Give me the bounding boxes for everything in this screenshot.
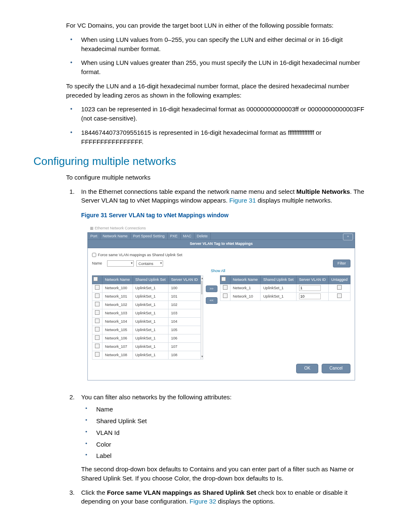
list-item: Color	[81, 440, 374, 449]
figure-caption: Figure 31 Server VLAN tag to vNet Mappin…	[81, 211, 374, 219]
table-row[interactable]: Network_104UplinkSet_1104	[92, 317, 201, 326]
tab-mac[interactable]: MAC	[181, 233, 194, 239]
scrollbar[interactable]: ▲ ▼	[201, 275, 203, 360]
emphasis: Force same VLAN mappings as Shared Uplin…	[107, 489, 256, 496]
cell-vlan: 102	[169, 301, 201, 309]
cell-sus: UplinkSet_1	[133, 309, 169, 317]
row-checkbox[interactable]	[92, 326, 102, 334]
intro-p2: To specify the LUN and a 16-digit hexade…	[66, 82, 374, 100]
row-checkbox[interactable]	[220, 284, 230, 292]
text: displays multiple networks.	[256, 197, 332, 204]
window-label: ▦ Ethernet Network Connections	[87, 225, 355, 232]
vlan-input[interactable]	[299, 293, 321, 299]
list-item: Name	[81, 405, 374, 414]
filter-row: Name Contains Filter	[92, 260, 350, 267]
cell-network-name: Network_103	[102, 309, 133, 317]
cell-network-name: Network_107	[102, 343, 133, 351]
scroll-thumb[interactable]	[201, 281, 202, 294]
cell-network-name: Network_106	[102, 334, 133, 343]
table-row[interactable]: Network_101UplinkSet_1101	[92, 292, 201, 301]
text: displays the options.	[216, 498, 275, 505]
cell-vlan	[296, 284, 328, 292]
table-row[interactable]: Network_100UplinkSet_1100	[92, 284, 201, 292]
table-row[interactable]: Network_106UplinkSet_1106	[92, 334, 201, 343]
cell-network-name: Network_1	[230, 284, 261, 292]
bullet: When using LUN values greater than 255, …	[66, 58, 374, 77]
table-row[interactable]: Network_10UplinkSet_1	[220, 292, 350, 301]
col-shared-uplink[interactable]: Shared Uplink Set	[133, 275, 169, 284]
row-checkbox[interactable]	[92, 292, 102, 301]
col-untagged[interactable]: Untagged	[328, 275, 350, 284]
filter-button[interactable]: Filter	[333, 260, 350, 267]
section-heading: Configuring multiple networks	[33, 154, 374, 170]
tabs-row: Port Network Name Port Speed Setting PXE…	[87, 232, 355, 240]
close-icon[interactable]: ×	[343, 234, 353, 240]
add-button[interactable]: >>	[206, 285, 217, 292]
list-item: Shared Uplink Set	[81, 416, 374, 426]
bullet: 1023 can be represented in 16-digit hexa…	[66, 105, 374, 123]
figure-link[interactable]: Figure 32	[189, 498, 216, 505]
untagged-checkbox[interactable]	[328, 292, 350, 301]
force-vlan-row: Force same VLAN mappings as Shared Uplin…	[92, 252, 350, 258]
force-vlan-checkbox[interactable]	[92, 253, 96, 257]
text: You can filter also networks by the foll…	[81, 393, 232, 401]
row-checkbox[interactable]	[92, 284, 102, 292]
cell-vlan: 103	[169, 309, 201, 317]
list-item: VLAN Id	[81, 428, 374, 437]
row-checkbox[interactable]	[92, 309, 102, 317]
cell-sus: UplinkSet_1	[133, 351, 169, 360]
scroll-up-icon[interactable]: ▲	[201, 276, 203, 280]
remove-button[interactable]: <<	[206, 297, 217, 304]
cancel-button[interactable]: Cancel	[322, 364, 350, 373]
filter-op-dropdown[interactable]: Contains	[136, 260, 163, 267]
tab-delete[interactable]: Delete	[194, 233, 211, 239]
force-vlan-label: Force same VLAN mappings as Shared Uplin…	[98, 252, 182, 258]
cell-vlan: 105	[169, 326, 201, 334]
step-1: 1. In the Ethernet connections table exp…	[66, 187, 374, 206]
table-row[interactable]: Network_102UplinkSet_1102	[92, 301, 201, 309]
tab-port-speed[interactable]: Port Speed Setting	[130, 233, 168, 239]
row-checkbox[interactable]	[92, 317, 102, 326]
select-all-checkbox[interactable]	[92, 275, 102, 284]
steps-list-cont: 2. You can filter also networks by the f…	[66, 393, 374, 506]
intro-bullets-1: When using LUN values from 0–255, you ca…	[66, 35, 374, 77]
tab-pxe[interactable]: PXE	[168, 233, 181, 239]
table-row[interactable]: Network_108UplinkSet_1108	[92, 351, 201, 360]
vlan-input[interactable]	[299, 285, 321, 291]
show-all-link[interactable]: Show All	[211, 268, 350, 274]
cell-sus: UplinkSet_1	[133, 284, 169, 292]
untagged-checkbox[interactable]	[328, 284, 350, 292]
row-checkbox[interactable]	[92, 343, 102, 351]
row-checkbox[interactable]	[92, 334, 102, 343]
table-row[interactable]: Network_107UplinkSet_1107	[92, 343, 201, 351]
filter-field-dropdown[interactable]	[107, 260, 134, 267]
col-network-name[interactable]: Network Name	[230, 275, 261, 284]
col-server-vlan[interactable]: Server VLAN ID	[296, 275, 328, 284]
cell-sus: UplinkSet_1	[133, 326, 169, 334]
scroll-down-icon[interactable]: ▼	[201, 355, 203, 359]
col-shared-uplink[interactable]: Shared Uplink Set	[261, 275, 297, 284]
tab-network-name[interactable]: Network Name	[100, 233, 131, 239]
table-row[interactable]: Network_105UplinkSet_1105	[92, 326, 201, 334]
row-checkbox[interactable]	[92, 351, 102, 360]
step-3: 3. Click the Force same VLAN mappings as…	[66, 488, 374, 506]
step-number: 1.	[69, 187, 75, 196]
col-server-vlan[interactable]: Server VLAN ID	[169, 275, 201, 284]
col-network-name[interactable]: Network Name	[102, 275, 133, 284]
emphasis: Multiple Networks	[297, 188, 350, 195]
row-checkbox[interactable]	[92, 301, 102, 309]
filter-field-label: Name	[92, 261, 105, 266]
tab-port[interactable]: Port	[88, 233, 100, 239]
dialog-title: Server VLAN Tag to vNet Mappings	[87, 240, 355, 248]
figure-link[interactable]: Figure 31	[229, 197, 256, 204]
ok-button[interactable]: OK	[296, 364, 318, 373]
cell-sus: UplinkSet_1	[133, 292, 169, 301]
table-row[interactable]: Network_1UplinkSet_1	[220, 284, 350, 292]
cell-network-name: Network_10	[230, 292, 261, 301]
table-row[interactable]: Network_103UplinkSet_1103	[92, 309, 201, 317]
intro-bullets-2: 1023 can be represented in 16-digit hexa…	[66, 105, 374, 146]
transfer-buttons: >> <<	[203, 275, 220, 304]
row-checkbox[interactable]	[220, 292, 230, 301]
cell-sus: UplinkSet_1	[133, 301, 169, 309]
select-all-checkbox[interactable]	[220, 275, 230, 284]
